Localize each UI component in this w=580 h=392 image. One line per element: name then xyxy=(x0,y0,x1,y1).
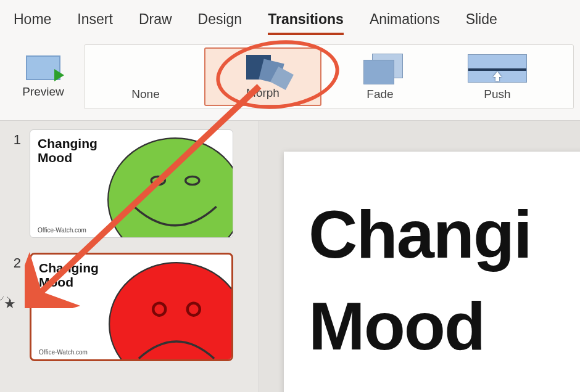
preview-icon xyxy=(26,55,60,80)
thumb-credit: Office-Watch.com xyxy=(39,349,88,356)
slide-title-line1: Changi xyxy=(309,196,531,272)
transition-fade[interactable]: Fade xyxy=(321,47,439,106)
main-area: 1 Changing Mood Office-Watch.com 2 Chang… xyxy=(0,121,580,392)
slide-thumbnail-row: 1 Changing Mood Office-Watch.com xyxy=(9,129,250,238)
morph-icon xyxy=(208,52,318,84)
svg-point-0 xyxy=(108,138,233,238)
happy-face-icon xyxy=(104,131,233,238)
svg-point-3 xyxy=(109,263,233,361)
transition-label: Fade xyxy=(367,88,393,101)
transition-label: None xyxy=(131,88,159,101)
transition-label: Morph xyxy=(246,86,280,100)
sad-face-icon xyxy=(106,256,233,361)
thumb-title: Changing Mood xyxy=(39,261,107,289)
fade-icon xyxy=(324,51,436,85)
thumb-credit: Office-Watch.com xyxy=(38,227,86,234)
slide-thumbnail-row: 2 Changing Mood Office-Watch.com xyxy=(9,253,250,361)
transition-push[interactable]: Push xyxy=(439,47,556,106)
slide-editor[interactable]: Changi Mood xyxy=(259,121,580,392)
slide-thumbnail-2[interactable]: Changing Mood Office-Watch.com xyxy=(30,253,233,361)
tab-transitions[interactable]: Transitions xyxy=(268,11,344,35)
transition-gallery: None Morph Fade Push xyxy=(84,44,574,109)
preview-button[interactable]: Preview xyxy=(6,44,80,109)
push-icon xyxy=(441,51,553,85)
slide-title[interactable]: Changi Mood xyxy=(309,189,580,372)
editor-slide-canvas[interactable]: Changi Mood xyxy=(284,152,580,392)
transition-label: Push xyxy=(484,88,510,101)
slide-thumbnail-1[interactable]: Changing Mood Office-Watch.com xyxy=(30,129,233,238)
transition-morph[interactable]: Morph xyxy=(204,47,321,106)
transition-none[interactable]: None xyxy=(87,47,204,106)
tab-draw[interactable]: Draw xyxy=(139,11,172,33)
thumb-title: Changing Mood xyxy=(38,136,106,165)
none-icon xyxy=(89,51,202,85)
slide-thumbnail-panel: 1 Changing Mood Office-Watch.com 2 Chang… xyxy=(0,121,259,392)
tab-slideshow[interactable]: Slide xyxy=(466,11,497,33)
transition-indicator-star-icon: ★ xyxy=(4,296,16,312)
slide-number: 1 xyxy=(9,132,21,148)
tab-design[interactable]: Design xyxy=(198,11,242,33)
slide-number: 2 xyxy=(9,255,21,271)
ribbon-tabs: Home Insert Draw Design Transitions Anim… xyxy=(0,0,580,35)
tab-animations[interactable]: Animations xyxy=(370,11,440,33)
tab-home[interactable]: Home xyxy=(14,11,51,33)
tab-insert[interactable]: Insert xyxy=(77,11,113,33)
preview-label: Preview xyxy=(22,85,64,99)
slide-title-line2: Mood xyxy=(309,288,484,364)
ribbon-panel: Preview None Morph Fade xyxy=(0,35,580,121)
